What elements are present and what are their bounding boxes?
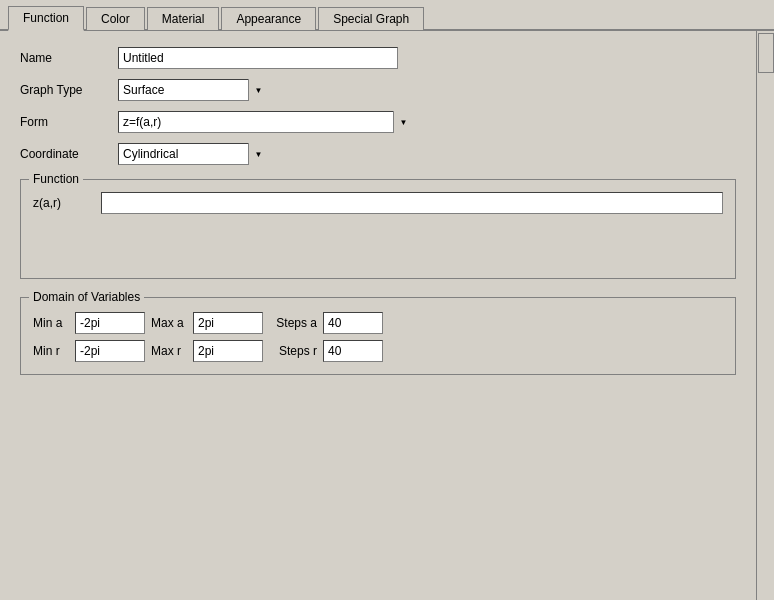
scrollbar[interactable] xyxy=(756,31,774,600)
domain-r-row: Min r Max r Steps r xyxy=(33,340,723,362)
tab-function[interactable]: Function xyxy=(8,6,84,31)
steps-a-input[interactable] xyxy=(323,312,383,334)
tab-color[interactable]: Color xyxy=(86,7,145,30)
form-select-wrapper: z=f(a,r) r=f(a,z) a=f(r,z) xyxy=(118,111,413,133)
domain-a-row: Min a Max a Steps a xyxy=(33,312,723,334)
max-a-label: Max a xyxy=(151,316,187,330)
name-label: Name xyxy=(20,51,110,65)
scrollbar-thumb[interactable] xyxy=(758,33,774,73)
domain-group-label: Domain of Variables xyxy=(29,290,144,304)
min-a-label: Min a xyxy=(33,316,69,330)
graph-type-row: Graph Type Surface Curve Point xyxy=(20,79,736,101)
tab-bar: Function Color Material Appearance Speci… xyxy=(0,0,774,31)
domain-group: Domain of Variables Min a Max a Steps a … xyxy=(20,297,736,375)
steps-a-label: Steps a xyxy=(269,316,317,330)
min-r-input[interactable] xyxy=(75,340,145,362)
steps-r-input[interactable] xyxy=(323,340,383,362)
function-group-label: Function xyxy=(29,172,83,186)
content-area: Name Graph Type Surface Curve Point Form xyxy=(0,31,774,600)
name-row: Name xyxy=(20,47,736,69)
graph-type-select-wrapper: Surface Curve Point xyxy=(118,79,268,101)
coordinate-select[interactable]: Cylindrical Spherical Cartesian xyxy=(118,143,268,165)
tab-appearance[interactable]: Appearance xyxy=(221,7,316,30)
form-row: Form z=f(a,r) r=f(a,z) a=f(r,z) xyxy=(20,111,736,133)
min-a-input[interactable] xyxy=(75,312,145,334)
name-input[interactable] xyxy=(118,47,398,69)
steps-r-label: Steps r xyxy=(269,344,317,358)
graph-type-select[interactable]: Surface Curve Point xyxy=(118,79,268,101)
form-label: Form xyxy=(20,115,110,129)
coordinate-select-wrapper: Cylindrical Spherical Cartesian xyxy=(118,143,268,165)
tab-material[interactable]: Material xyxy=(147,7,220,30)
function-var-label: z(a,r) xyxy=(33,196,93,210)
graph-type-label: Graph Type xyxy=(20,83,110,97)
function-input-row: z(a,r) xyxy=(33,192,723,214)
coordinate-label: Coordinate xyxy=(20,147,110,161)
max-r-label: Max r xyxy=(151,344,187,358)
form-panel: Name Graph Type Surface Curve Point Form xyxy=(0,31,756,600)
min-r-label: Min r xyxy=(33,344,69,358)
function-input[interactable] xyxy=(101,192,723,214)
max-a-input[interactable] xyxy=(193,312,263,334)
max-r-input[interactable] xyxy=(193,340,263,362)
function-group: Function z(a,r) xyxy=(20,179,736,279)
form-select[interactable]: z=f(a,r) r=f(a,z) a=f(r,z) xyxy=(118,111,413,133)
tab-special-graph[interactable]: Special Graph xyxy=(318,7,424,30)
coordinate-row: Coordinate Cylindrical Spherical Cartesi… xyxy=(20,143,736,165)
main-container: Function Color Material Appearance Speci… xyxy=(0,0,774,600)
